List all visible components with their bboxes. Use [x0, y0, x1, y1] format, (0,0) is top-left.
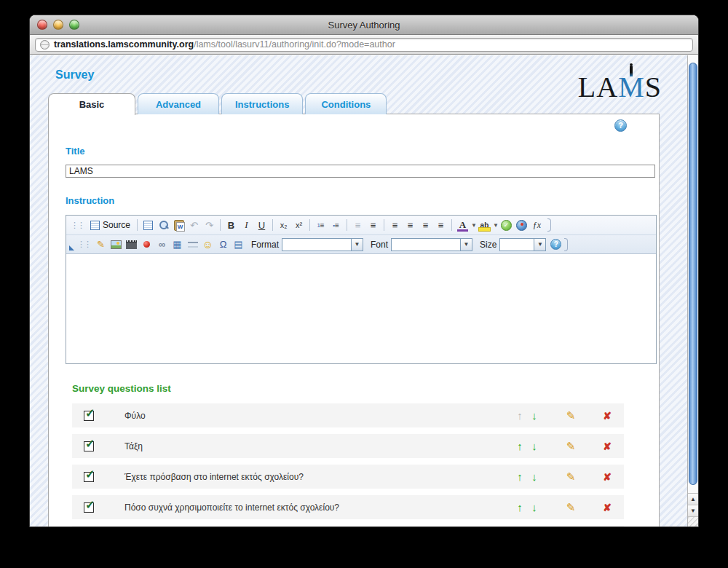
insert-table-icon[interactable]: ▦ [170, 237, 185, 252]
rich-text-editor: ⋮⋮ Source ↶ ↷ B I U [66, 215, 657, 364]
question-row: Πόσο συχνά χρησιμοποιείτε το internet εν… [72, 526, 624, 526]
title-input[interactable] [66, 165, 655, 178]
page-title: Survey [55, 68, 94, 82]
toolbar-collapse-icon[interactable] [69, 245, 74, 251]
minimize-window-icon[interactable] [53, 20, 63, 30]
align-justify-icon[interactable]: ≡ [433, 218, 448, 233]
question-checkbox-icon[interactable] [84, 472, 94, 482]
scrollbar-thumb[interactable] [689, 63, 697, 485]
spellcheck-icon[interactable]: ✓ [499, 218, 514, 233]
indent-icon[interactable]: ≡ [365, 218, 381, 233]
tab-bar: Basic Advanced Instructions Conditions [48, 93, 387, 114]
logo-la: LA [578, 71, 618, 103]
pencil-draw-icon[interactable]: ✎ [93, 237, 108, 252]
edit-question-icon[interactable]: ✎ [564, 470, 577, 484]
paste-from-word-icon[interactable] [171, 218, 186, 233]
edit-question-icon[interactable]: ✎ [564, 409, 577, 422]
font-color-caret-icon[interactable]: ▼ [471, 222, 477, 229]
move-up-icon[interactable]: ↑ [513, 501, 526, 513]
move-down-icon[interactable]: ↓ [528, 409, 541, 422]
move-down-icon[interactable]: ↓ [528, 470, 541, 483]
outdent-icon[interactable]: ≡ [350, 218, 365, 233]
tab-conditions[interactable]: Conditions [305, 93, 387, 114]
bold-icon[interactable]: B [223, 218, 239, 233]
highlight-color-icon[interactable]: ab [477, 218, 492, 233]
highlight-caret-icon[interactable]: ▼ [493, 222, 499, 229]
insert-image-icon[interactable] [108, 237, 124, 252]
toolbar-row-2: ⋮⋮ ✎ ∞ ▦ ☺ Ω ▤ Format [66, 234, 656, 253]
align-left-icon[interactable]: ≡ [387, 218, 403, 233]
tab-advanced[interactable]: Advanced [138, 93, 219, 114]
delete-question-icon[interactable]: ✘ [601, 441, 614, 452]
numbered-list-icon[interactable]: 1≡ [313, 218, 328, 233]
question-text: Πόσο συχνά χρησιμοποιείτε το internet εκ… [124, 502, 513, 513]
delete-question-icon[interactable]: ✘ [601, 410, 614, 422]
font-caret-icon[interactable]: ▼ [461, 238, 472, 251]
move-down-icon[interactable]: ↓ [528, 440, 541, 452]
align-center-icon[interactable]: ≡ [403, 218, 418, 233]
format-select[interactable] [282, 238, 352, 251]
question-checkbox-icon[interactable] [84, 411, 94, 421]
window-title: Survey Authoring [328, 20, 400, 31]
font-color-icon[interactable]: A [455, 218, 470, 233]
instruction-label: Instruction [66, 195, 659, 206]
tab-basic[interactable]: Basic [48, 93, 135, 115]
question-text: Τάξη [124, 441, 513, 451]
move-up-icon[interactable]: ↑ [513, 470, 526, 483]
zoom-window-icon[interactable] [69, 20, 79, 30]
italic-icon[interactable]: I [239, 218, 254, 233]
record-audio-icon[interactable] [139, 237, 154, 252]
page-content: Survey LAMS Basic Advanced Instructions … [30, 55, 698, 526]
align-right-icon[interactable]: ≡ [418, 218, 433, 233]
link-globe-icon[interactable] [514, 218, 529, 233]
window-titlebar[interactable]: Survey Authoring [30, 15, 698, 35]
special-char-icon[interactable]: Ω [215, 237, 231, 252]
question-checkbox-icon[interactable] [84, 441, 94, 451]
horizontal-rule-icon[interactable] [185, 237, 200, 252]
font-select[interactable] [391, 238, 461, 251]
address-field[interactable]: translations.lamscommunity.org/lams/tool… [35, 38, 693, 52]
edit-question-icon[interactable]: ✎ [564, 501, 577, 514]
help-icon[interactable]: ? [614, 119, 627, 132]
toolbar-end-bracket [547, 218, 551, 232]
smiley-icon[interactable]: ☺ [200, 237, 215, 252]
question-checkbox-icon[interactable] [84, 502, 94, 513]
move-up-icon[interactable]: ↑ [513, 440, 526, 452]
font-label: Font [371, 240, 388, 250]
instruction-editor-area[interactable] [66, 254, 656, 363]
tab-instructions[interactable]: Instructions [221, 93, 303, 114]
toolbar-drag-handle-icon[interactable]: ⋮⋮ [71, 221, 84, 230]
editor-help-icon[interactable]: ? [550, 239, 561, 250]
templates-icon[interactable]: ▤ [231, 237, 246, 252]
resize-grip-icon[interactable] [688, 516, 698, 526]
delete-question-icon[interactable]: ✘ [601, 502, 614, 513]
redo-icon[interactable]: ↷ [202, 218, 217, 233]
toolbar-drag-handle-icon[interactable]: ⋮⋮ [77, 240, 90, 249]
preview-icon[interactable] [141, 218, 156, 233]
globe-icon [40, 40, 50, 50]
delete-question-icon[interactable]: ✘ [601, 471, 614, 483]
source-button[interactable]: Source [87, 218, 134, 233]
size-select[interactable] [499, 238, 534, 251]
vertical-scrollbar[interactable]: ▲ ▼ [687, 55, 698, 526]
insert-media-icon[interactable] [124, 237, 139, 252]
undo-icon[interactable]: ↶ [186, 218, 202, 233]
move-down-icon[interactable]: ↓ [528, 501, 541, 513]
edit-question-icon[interactable]: ✎ [564, 440, 577, 453]
question-row: Πόσο συχνά χρησιμοποιείτε το internet εκ… [72, 495, 624, 519]
scroll-up-icon[interactable]: ▲ [688, 493, 698, 505]
subscript-icon[interactable]: x₂ [276, 218, 291, 233]
math-formula-icon[interactable]: ƒx [529, 218, 545, 233]
size-caret-icon[interactable]: ▼ [534, 238, 546, 251]
insert-link-icon[interactable]: ∞ [154, 237, 170, 252]
find-icon[interactable] [156, 218, 171, 233]
browser-window: Survey Authoring translations.lamscommun… [29, 15, 699, 527]
underline-icon[interactable]: U [254, 218, 269, 233]
question-row: Φύλο ↑ ↓ ✎ ✘ [72, 403, 624, 427]
bulleted-list-icon[interactable]: •≡ [328, 218, 344, 233]
close-window-icon[interactable] [37, 20, 47, 30]
superscript-icon[interactable]: x² [291, 218, 306, 233]
toolbar-end-bracket [564, 238, 568, 251]
scroll-down-icon[interactable]: ▼ [688, 505, 698, 516]
format-caret-icon[interactable]: ▼ [352, 238, 363, 251]
